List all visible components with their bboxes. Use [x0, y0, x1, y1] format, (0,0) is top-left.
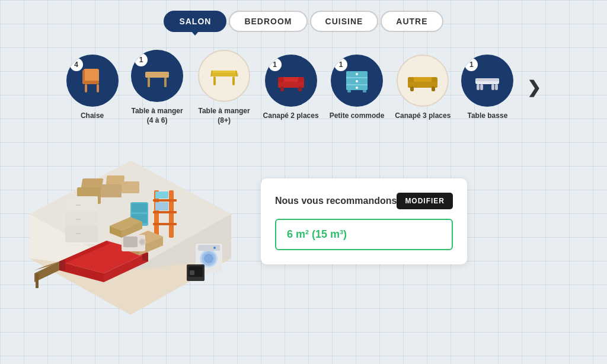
furniture-item-table-8[interactable]: Table à manger (8+)	[196, 50, 253, 125]
svg-rect-21	[298, 87, 302, 91]
svg-rect-0	[84, 69, 99, 82]
svg-rect-65	[155, 202, 168, 210]
furniture-badge-chaise: 4	[70, 58, 83, 71]
svg-rect-80	[190, 270, 194, 275]
furniture-item-table-basse[interactable]: 1 Table basse	[461, 55, 513, 121]
svg-rect-5	[145, 72, 169, 78]
furniture-item-commode[interactable]: 1 Petite commode	[330, 55, 385, 121]
svg-rect-50	[101, 184, 122, 197]
svg-rect-8	[148, 78, 150, 87]
furniture-label-canape3: Canapé 3 places	[395, 111, 451, 121]
svg-rect-12	[213, 76, 216, 85]
furniture-label-table-46: Table à manger (4 à 6)	[129, 107, 186, 125]
furniture-badge-table-46: 1	[135, 53, 148, 66]
iso-room-container	[18, 143, 243, 333]
svg-rect-35	[410, 87, 414, 91]
furniture-item-canape3[interactable]: Canapé 3 places	[395, 55, 451, 121]
nav-tabs: SALON BEDROOM CUISINE AUTRE	[0, 0, 607, 32]
svg-rect-56	[76, 205, 81, 206]
svg-rect-9	[164, 78, 167, 87]
svg-rect-36	[432, 87, 435, 91]
furniture-label-canape2: Canapé 2 places	[263, 111, 319, 121]
svg-rect-38	[475, 78, 499, 81]
tab-autre[interactable]: AUTRE	[381, 11, 443, 32]
table-large-icon	[206, 60, 242, 92]
svg-rect-30	[363, 90, 366, 92]
svg-point-28	[356, 87, 358, 89]
furniture-circle-chaise: 4	[66, 55, 119, 107]
svg-rect-61	[153, 199, 177, 202]
svg-rect-57	[76, 219, 81, 220]
furniture-carousel: 4 Chaise 1 Table à manger (4 à 6)	[0, 44, 607, 131]
carousel-next-arrow[interactable]: ❯	[527, 78, 541, 97]
svg-rect-29	[347, 90, 351, 92]
rec-value: 6 m² (15 m³)	[275, 219, 453, 250]
furniture-badge-commode: 1	[334, 58, 347, 71]
main-content: Nous vous recommandons MODIFIER 6 m² (15…	[0, 143, 607, 333]
rec-header: Nous vous recommandons MODIFIER	[275, 193, 453, 209]
svg-rect-3	[97, 84, 99, 92]
furniture-circle-table-8	[198, 50, 250, 102]
furniture-label-chaise: Chaise	[81, 111, 104, 121]
svg-rect-2	[85, 84, 87, 92]
svg-rect-58	[76, 233, 81, 234]
tab-bedroom[interactable]: BEDROOM	[229, 11, 307, 32]
tab-salon[interactable]: SALON	[164, 11, 226, 32]
svg-rect-42	[491, 84, 494, 90]
svg-rect-40	[495, 84, 498, 90]
svg-rect-51	[122, 181, 139, 193]
recommendation-panel: Nous vous recommandons MODIFIER 6 m² (15…	[261, 178, 467, 264]
svg-rect-41	[480, 84, 483, 90]
furniture-circle-table-basse: 1	[461, 55, 513, 107]
svg-rect-63	[153, 223, 177, 225]
furniture-circle-canape2: 1	[265, 55, 317, 107]
furniture-circle-commode: 1	[331, 55, 383, 107]
furniture-badge-canape2: 1	[269, 58, 282, 71]
svg-rect-20	[280, 87, 284, 91]
furniture-item-chaise[interactable]: 4 Chaise	[66, 55, 119, 121]
svg-rect-11	[212, 73, 238, 76]
svg-rect-13	[232, 76, 235, 85]
svg-rect-93	[132, 203, 147, 212]
svg-rect-60	[169, 190, 174, 238]
furniture-circle-canape3	[397, 55, 449, 107]
svg-rect-1	[84, 81, 99, 84]
furniture-item-table-46[interactable]: 1 Table à manger (4 à 6)	[129, 50, 186, 125]
furniture-item-canape2[interactable]: 1 Canapé 2 places	[263, 55, 319, 121]
svg-rect-4	[82, 70, 85, 84]
rec-title: Nous vous recommandons	[275, 196, 397, 206]
sofa-large-icon	[405, 64, 440, 97]
furniture-circle-table-46: 1	[131, 50, 183, 102]
svg-point-26	[356, 73, 358, 75]
svg-rect-54	[65, 211, 98, 226]
modifier-button[interactable]: MODIFIER	[397, 193, 453, 209]
svg-point-77	[213, 247, 216, 249]
svg-rect-87	[36, 273, 39, 288]
svg-rect-53	[65, 196, 98, 211]
svg-point-75	[204, 254, 213, 263]
svg-point-91	[140, 240, 145, 244]
svg-rect-89	[123, 237, 138, 247]
svg-rect-64	[155, 191, 168, 199]
tab-cuisine[interactable]: CUISINE	[310, 11, 379, 32]
svg-rect-76	[198, 245, 220, 251]
furniture-label-table-basse: Table basse	[468, 111, 508, 121]
furniture-label-commode: Petite commode	[330, 111, 385, 121]
svg-rect-39	[477, 84, 480, 90]
svg-rect-62	[153, 211, 177, 213]
iso-room-svg	[18, 143, 243, 333]
svg-point-27	[356, 80, 358, 82]
furniture-label-table-8: Table à manger (8+)	[196, 107, 253, 125]
svg-rect-55	[65, 226, 98, 242]
